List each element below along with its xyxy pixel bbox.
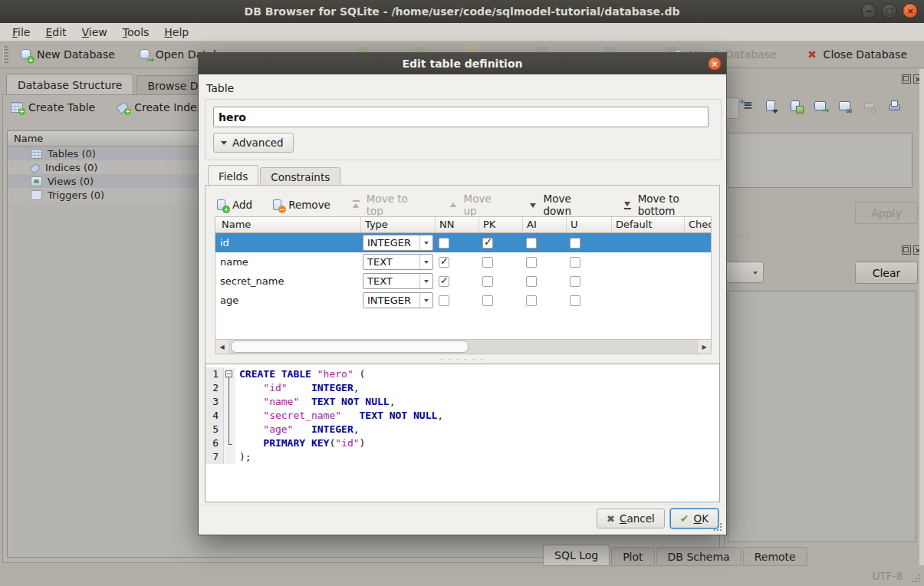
check-cell[interactable] (685, 272, 712, 291)
ai-checkbox[interactable] (526, 238, 537, 249)
tab-db-schema[interactable]: DB Schema (656, 547, 742, 566)
dialog-resize-grip[interactable] (713, 522, 722, 532)
u-checkbox[interactable] (570, 295, 580, 306)
field-name-cell[interactable]: secret_name (215, 272, 361, 291)
type-combo[interactable]: INTEGER (363, 235, 433, 251)
check-cell[interactable] (685, 252, 712, 272)
new-database-button[interactable]: +New Database (13, 45, 121, 64)
default-cell[interactable] (612, 272, 685, 291)
print-icon[interactable] (888, 100, 901, 113)
nn-checkbox[interactable] (439, 276, 449, 287)
tab-database-structure[interactable]: Database Structure (6, 74, 133, 96)
cancel-button[interactable]: ✖ Cancel (597, 509, 665, 528)
close-database-button[interactable]: Close Database (800, 45, 913, 64)
column-header-ai[interactable]: AI (523, 217, 567, 232)
chevron-down-icon[interactable] (419, 235, 432, 250)
menu-edit[interactable]: Edit (38, 25, 74, 40)
execute-icon[interactable] (814, 100, 827, 113)
clear-button[interactable]: Clear (855, 262, 918, 284)
field-row-id[interactable]: idINTEGER (215, 233, 711, 252)
tab-remote[interactable]: Remote (743, 547, 807, 566)
fold-marker-icon[interactable] (224, 367, 235, 381)
create-index-button[interactable]: +Create Index (117, 101, 203, 114)
field-row-age[interactable]: ageINTEGER (215, 291, 711, 310)
advanced-button[interactable]: Advanced (213, 133, 294, 153)
column-header-nn[interactable]: NN (436, 217, 479, 232)
ai-checkbox[interactable] (526, 257, 537, 268)
menu-help[interactable]: Help (156, 25, 196, 40)
dock-float-icon[interactable] (902, 245, 911, 255)
chevron-down-icon[interactable] (419, 255, 432, 269)
dialog-tab-fields[interactable]: Fields (208, 165, 258, 186)
dock-splitter[interactable]: ······ (725, 231, 756, 241)
check-cell[interactable] (685, 291, 712, 310)
pk-checkbox[interactable] (482, 295, 493, 306)
menu-file[interactable]: File (5, 25, 38, 40)
link-icon[interactable] (839, 100, 852, 113)
sql-log-area[interactable] (728, 291, 916, 542)
ai-checkbox[interactable] (526, 295, 537, 306)
default-cell[interactable] (612, 291, 685, 310)
scrollbar-track[interactable] (229, 340, 697, 354)
export-icon[interactable] (790, 100, 803, 113)
move-to-bottom-button[interactable]: Move to bottom (622, 193, 719, 217)
field-row-secret-name[interactable]: secret_nameTEXT (215, 272, 711, 291)
null-icon[interactable] (863, 100, 876, 113)
table-name-input[interactable] (213, 107, 709, 127)
maximize-icon[interactable]: □ (882, 3, 897, 18)
minimize-icon[interactable]: − (861, 3, 876, 18)
menu-view[interactable]: View (74, 25, 115, 40)
default-cell[interactable] (612, 233, 685, 252)
create-table-button[interactable]: +Create Table (11, 101, 95, 114)
dialog-close-icon[interactable]: × (708, 57, 722, 71)
u-checkbox[interactable] (570, 276, 580, 287)
dialog-title-bar[interactable]: Edit table definition × (199, 53, 726, 74)
move-down-button[interactable]: Move down (528, 193, 602, 217)
insert-icon[interactable] (741, 100, 754, 113)
pk-checkbox[interactable] (482, 257, 493, 268)
chevron-down-icon[interactable] (419, 293, 432, 308)
field-name-cell[interactable]: age (215, 291, 361, 310)
scroll-left-icon[interactable]: ◀ (215, 340, 229, 354)
column-header-type[interactable]: Type (361, 217, 436, 232)
column-header-pk[interactable]: PK (479, 217, 523, 232)
horizontal-scrollbar[interactable]: ◀ ▶ (215, 339, 711, 354)
title-bar[interactable]: DB Browser for SQLite - /home/user/code/… (0, 0, 924, 23)
sql-preview-editor[interactable]: 1CREATE TABLE "hero" (2 "id" INTEGER,3 "… (205, 364, 720, 502)
field-row-name[interactable]: nameTEXT (215, 252, 711, 272)
column-header-name[interactable]: Name (215, 217, 361, 232)
scroll-right-icon[interactable]: ▶ (697, 340, 711, 354)
type-combo[interactable]: TEXT (363, 273, 433, 289)
dock-float-icon[interactable] (902, 74, 911, 84)
ai-checkbox[interactable] (526, 276, 537, 287)
import-icon[interactable] (765, 100, 778, 113)
nn-checkbox[interactable] (439, 295, 449, 306)
tab-plot[interactable]: Plot (611, 547, 654, 566)
nn-checkbox[interactable] (439, 238, 449, 249)
scrollbar-thumb[interactable] (231, 341, 469, 353)
field-name-cell[interactable]: name (215, 252, 361, 272)
check-cell[interactable] (685, 233, 712, 252)
u-checkbox[interactable] (570, 257, 580, 268)
type-combo[interactable]: INTEGER (363, 292, 433, 308)
default-cell[interactable] (612, 252, 685, 272)
ok-button[interactable]: ✔ OK (670, 509, 718, 528)
close-icon[interactable]: × (903, 3, 918, 18)
remove-button[interactable]: −Remove (272, 199, 330, 211)
pk-checkbox[interactable] (482, 238, 493, 249)
nn-checkbox[interactable] (439, 257, 449, 268)
dialog-tab-constraints[interactable]: Constraints (260, 167, 340, 186)
chevron-down-icon[interactable] (419, 274, 432, 288)
column-header-check[interactable]: Check (685, 217, 712, 232)
resize-grip[interactable] (912, 574, 921, 583)
field-name-cell[interactable]: id (215, 233, 361, 252)
fields-sql-splitter[interactable]: · · · · · · (206, 356, 719, 363)
menu-tools[interactable]: Tools (115, 25, 157, 40)
cell-editor-text-area[interactable] (728, 133, 912, 188)
type-combo[interactable]: TEXT (363, 254, 433, 270)
tab-sql-log[interactable]: SQL Log (543, 545, 610, 566)
apply-button[interactable]: Apply (855, 202, 918, 224)
toolbar-grip[interactable] (3, 46, 8, 63)
u-checkbox[interactable] (570, 238, 580, 249)
column-header-u[interactable]: U (567, 217, 612, 232)
